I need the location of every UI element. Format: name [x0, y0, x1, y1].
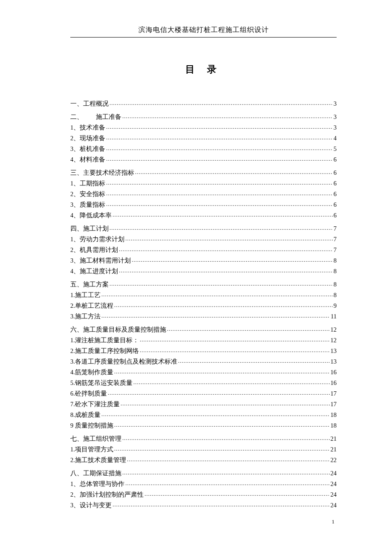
toc-entry-label: 5.钢筋笼吊运安装质量: [70, 380, 133, 386]
toc-entry-page: 17: [331, 390, 337, 397]
table-of-contents: 一、工程概况3二、 施工准备31、技术准备32、现场准备43、桩机准备54、材料…: [70, 99, 337, 508]
toc-entry-page: 7: [334, 247, 337, 253]
toc-entry-page: 13: [331, 348, 337, 354]
toc-section-group: 二、 施工准备31、技术准备32、现场准备43、桩机准备54、材料准备6: [70, 113, 337, 162]
toc-entry: 5.钢筋笼吊运安装质量16: [70, 379, 337, 386]
toc-entry: 2、现场准备4: [70, 134, 337, 141]
toc-entry-label: 六、施工质量目标及质量控制措施: [70, 327, 166, 333]
toc-entry-page: 18: [331, 412, 337, 418]
toc-entry-label: 4.筋笼制作质量: [70, 369, 113, 376]
toc-entry-label: 2.施工技术质量管理: [70, 457, 126, 463]
toc-entry: 1.灌注桩施工质量目标：12: [70, 336, 337, 343]
toc-section-group: 八、工期保证措施241、总体管理与协作242、加强计划控制的严肃性243、设计与…: [70, 469, 337, 508]
toc-entry-label: 3.各道工序质量控制点及检测技术标准: [70, 358, 177, 365]
toc-entry-page: 3: [334, 124, 337, 131]
toc-entry-page: 6: [334, 202, 337, 208]
toc-entry-label: 8.成桩质量: [70, 412, 101, 418]
toc-entry-label: 4、施工进度计划: [70, 268, 118, 275]
toc-entry: 4.筋笼制作质量16: [70, 368, 337, 375]
toc-entry-label: 2、现场准备: [70, 135, 105, 142]
toc-entry: 3、桩机准备5: [70, 145, 337, 152]
toc-entry-label: 1、劳动力需求计划: [70, 236, 124, 243]
toc-entry-label: 2、加强计划控制的严肃性: [70, 491, 144, 498]
toc-entry-label: 3、桩机准备: [70, 146, 105, 152]
toc-entry: 1、工期指标6: [70, 179, 337, 186]
toc-entry: 2、加强计划控制的严肃性24: [70, 490, 337, 497]
toc-leader-dots: [121, 400, 330, 406]
toc-entry-label: 6.砼拌制质量: [70, 390, 107, 397]
toc-leader-dots: [110, 224, 333, 231]
toc-entry: 四、施工计划7: [70, 224, 337, 231]
page-number: 1: [332, 518, 335, 525]
toc-entry-label: 3、设计与变更: [70, 502, 112, 509]
toc-entry: 7.砼水下灌注质量17: [70, 400, 337, 407]
toc-entry: 三、主要技术经济指标6: [70, 168, 337, 176]
toc-section-group: 六、施工质量目标及质量控制措施121.灌注桩施工质量目标：122.施工质量工序控…: [70, 325, 337, 428]
toc-entry-label: 三、主要技术经济指标: [70, 170, 134, 176]
toc-entry-page: 16: [331, 380, 337, 386]
toc-entry-page: 21: [331, 436, 337, 442]
toc-entry-label: 八、工期保证措施: [70, 470, 121, 477]
toc-entry-page: 13: [331, 358, 337, 365]
toc-leader-dots: [114, 445, 330, 451]
toc-entry-page: 21: [331, 446, 337, 453]
toc-entry-label: 2、机具需用计划: [70, 247, 118, 253]
toc-entry-page: 12: [331, 327, 337, 333]
toc-leader-dots: [101, 410, 330, 417]
toc-entry-label: 3、质量指标: [70, 202, 105, 208]
toc-entry: 2.施工质量工序控制网络13: [70, 347, 337, 354]
toc-leader-dots: [135, 168, 333, 175]
toc-leader-dots: [167, 325, 330, 332]
toc-entry-label: 3.施工方法: [70, 313, 101, 320]
toc-entry-page: 22: [331, 457, 337, 463]
toc-entry: 1、总体管理与协作24: [70, 480, 337, 487]
toc-entry: 2、安全指标6: [70, 190, 337, 197]
toc-leader-dots: [101, 312, 330, 318]
toc-leader-dots: [106, 123, 333, 130]
toc-entry-page: 24: [331, 491, 337, 498]
toc-leader-dots: [122, 434, 330, 441]
toc-entry-page: 3: [334, 101, 337, 107]
toc-entry-label: 1.施工工艺: [70, 292, 101, 298]
toc-entry: 1、劳动力需求计划7: [70, 235, 337, 242]
toc-entry: 七、施工组织管理21: [70, 434, 337, 442]
toc-leader-dots: [132, 256, 333, 263]
toc-leader-dots: [140, 347, 330, 353]
toc-leader-dots: [119, 267, 333, 273]
toc-leader-dots: [125, 480, 329, 486]
toc-leader-dots: [112, 501, 329, 507]
toc-leader-dots: [106, 145, 333, 151]
toc-entry-label: 七、施工组织管理: [70, 436, 121, 442]
toc-leader-dots: [114, 301, 333, 308]
toc-entry-page: 7: [334, 225, 337, 232]
toc-entry: 4、降低成本率6: [70, 211, 337, 218]
toc-entry-label: 2、安全指标: [70, 191, 105, 197]
toc-section-group: 四、施工计划71、劳动力需求计划72、机具需用计划73、施工材料需用计划84、施…: [70, 224, 337, 274]
toc-entry: 2.单桩工艺流程9: [70, 301, 337, 309]
toc-entry-label: 2.施工质量工序控制网络: [70, 348, 139, 354]
toc-entry-label: 7.砼水下灌注质量: [70, 401, 120, 408]
toc-leader-dots: [144, 490, 329, 497]
toc-entry: 1.施工工艺8: [70, 291, 337, 298]
toc-leader-dots: [119, 246, 333, 252]
toc-leader-dots: [140, 336, 330, 342]
toc-entry-page: 24: [331, 481, 337, 487]
toc-entry-label: 五、施工方案: [70, 281, 109, 288]
toc-entry: 3、设计与变更24: [70, 501, 337, 508]
toc-entry: 二、 施工准备3: [70, 113, 337, 120]
toc-entry: 2、机具需用计划7: [70, 246, 337, 253]
toc-entry: 五、施工方案8: [70, 280, 337, 287]
toc-entry-page: 3: [334, 114, 337, 120]
toc-entry-label: 4、降低成本率: [70, 212, 112, 219]
toc-leader-dots: [106, 200, 333, 207]
toc-leader-dots: [108, 389, 330, 396]
toc-leader-dots: [106, 134, 333, 140]
toc-entry-label: 一、工程概况: [70, 101, 109, 107]
toc-leader-dots: [112, 211, 333, 217]
toc-entry: 3.施工方法11: [70, 312, 337, 319]
toc-leader-dots: [114, 368, 330, 374]
toc-entry-page: 8: [334, 292, 337, 298]
toc-leader-dots: [110, 280, 333, 286]
toc-entry: 3.各道工序质量控制点及检测技术标准13: [70, 357, 337, 364]
toc-entry-label: 1、技术准备: [70, 124, 105, 131]
